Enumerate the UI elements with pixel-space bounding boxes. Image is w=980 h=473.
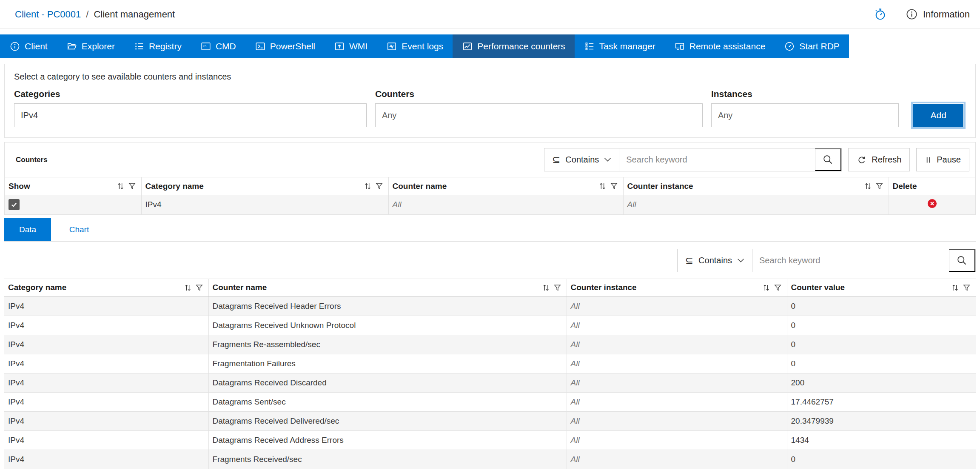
chevron-down-icon [604,157,611,162]
search-icon [822,154,834,165]
nav-tab-performance-counters[interactable]: Performance counters [453,34,575,58]
refresh-icon [857,155,867,165]
nav-tab-remote-assistance[interactable]: Remote assistance [665,34,775,58]
chevron-down-icon [737,258,744,263]
tab-chart[interactable]: Chart [51,218,107,241]
filter-icon[interactable] [195,284,203,292]
filter-icon[interactable] [375,182,383,190]
table-row[interactable]: IPv4Fragmentation Failures All0 [4,354,976,373]
nav-tab-label: Performance counters [477,41,565,51]
sort-icon[interactable] [762,283,771,292]
counters-search-input[interactable] [619,148,815,171]
powershell-icon [255,41,266,52]
col-header-counter-value[interactable]: Counter value [787,279,976,296]
main-nav: Client Explorer Registry c:\ CMD PowerSh [0,34,849,58]
nav-tab-registry[interactable]: Registry [124,34,191,58]
table-row[interactable]: IPv4Datagrams Received Discarded All200 [4,373,976,392]
sort-icon[interactable] [598,182,607,191]
table-row[interactable]: IPv4Datagrams Received Header Errors All… [4,296,976,316]
nav-tab-label: WMI [349,41,368,51]
sort-icon[interactable] [183,283,192,292]
data-search-combo: ⊆ Contains [677,249,976,272]
information-button[interactable]: Information [906,8,970,20]
counters-operator-dropdown[interactable]: ⊆ Contains [544,148,619,171]
instances-label: Instances [711,89,899,99]
sort-icon[interactable] [363,182,372,191]
contains-icon: ⊆ [685,255,693,266]
top-bar: Client - PC0001 / Client management Info… [0,0,980,29]
terminal-icon: c:\ [200,41,211,52]
nav-tab-label: Task manager [599,41,655,51]
nav-tab-label: Client [25,41,48,51]
nav-tab-label: Explorer [82,41,115,51]
filter-icon[interactable] [963,284,971,292]
data-search-input[interactable] [752,249,949,272]
filter-icon[interactable] [128,182,136,190]
delete-icon [927,199,937,208]
nav-tab-cmd[interactable]: c:\ CMD [191,34,245,58]
refresh-label: Refresh [872,155,901,165]
nav-tab-label: Event logs [402,41,443,51]
sort-icon[interactable] [541,283,550,292]
counters-search-combo: ⊆ Contains [544,148,842,171]
col-header-counter-name[interactable]: Counter name [388,177,623,195]
col-header-counter-name[interactable]: Counter name [208,279,567,296]
nav-tab-event-logs[interactable]: Event logs [377,34,453,58]
show-checkbox[interactable] [9,199,20,210]
data-search-button[interactable] [949,249,975,272]
task-list-icon [584,41,595,52]
counters-search-button[interactable] [815,148,841,171]
categories-input[interactable] [14,103,367,127]
page-title: Client management [94,9,175,20]
nav-tab-client[interactable]: Client [0,34,57,58]
col-header-counter-instance[interactable]: Counter instance [567,279,787,296]
sort-icon[interactable] [951,283,960,292]
col-header-category-name[interactable]: Category name [141,177,388,195]
col-header-show[interactable]: Show [5,177,141,195]
contains-icon: ⊆ [552,154,560,165]
nav-tab-task-manager[interactable]: Task manager [575,34,665,58]
instances-input[interactable] [711,103,899,127]
nav-tab-start-rdp[interactable]: Start RDP [775,34,849,58]
filter-icon[interactable] [610,182,618,190]
sort-icon[interactable] [116,182,125,191]
operator-label: Contains [698,256,732,265]
nav-tab-powershell[interactable]: PowerShell [245,34,325,58]
nav-tab-label: Start RDP [799,41,840,51]
counters-panel-title: Counters [16,156,48,164]
counters-panel: Counters ⊆ Contains [4,142,976,215]
timer-icon[interactable] [874,8,887,21]
table-row[interactable]: IPv4Datagrams Received Unknown Protocol … [4,316,976,335]
counters-input[interactable] [375,103,703,127]
table-row[interactable]: IPv4Fragments Received/sec All0 [4,450,976,469]
client-info-icon [9,41,20,52]
table-row[interactable]: IPv4Fragments Re-assembled/sec All0 [4,335,976,354]
nav-tab-wmi[interactable]: WMI [325,34,377,58]
pause-button[interactable]: Pause [916,148,969,171]
add-button[interactable]: Add [913,104,963,127]
refresh-button[interactable]: Refresh [848,148,910,171]
selected-counters-table: Show Category name Counter name [5,177,975,214]
breadcrumb-client-link[interactable]: Client - PC0001 [15,9,81,20]
nav-tab-label: PowerShell [270,41,315,51]
selector-hint: Select a category to see available count… [14,72,966,82]
col-header-category-name[interactable]: Category name [4,279,208,296]
col-header-counter-instance[interactable]: Counter instance [623,177,889,195]
pause-label: Pause [937,155,961,165]
breadcrumb-separator: / [86,9,88,20]
filter-icon[interactable] [875,182,883,190]
search-icon [956,255,968,266]
filter-icon[interactable] [774,284,782,292]
sort-icon[interactable] [863,182,872,191]
table-row[interactable]: IPv4Datagrams Sent/sec All17.4462757 [4,392,976,411]
table-row[interactable]: IPv4Datagrams Received Address Errors Al… [4,430,976,450]
tab-data[interactable]: Data [4,218,51,241]
wmi-icon [334,41,345,52]
performance-graph-icon [462,41,473,52]
delete-row-button[interactable] [927,199,937,210]
table-row[interactable]: IPv4Datagrams Received Delivered/sec All… [4,411,976,430]
nav-tab-explorer[interactable]: Explorer [57,34,124,58]
filter-icon[interactable] [553,284,561,292]
data-operator-dropdown[interactable]: ⊆ Contains [678,249,752,272]
cell-category-name: IPv4 [141,195,388,214]
